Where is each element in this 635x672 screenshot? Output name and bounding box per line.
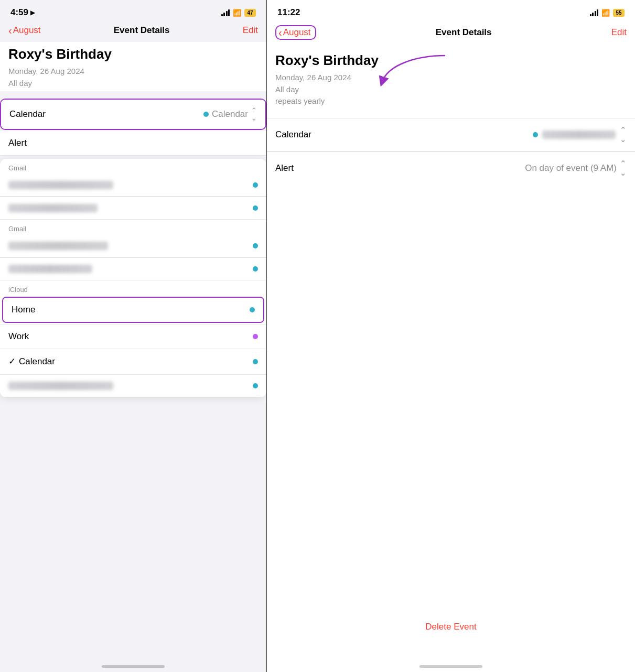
left-back-button[interactable]: ‹ August	[8, 25, 41, 36]
blurred-item-2	[8, 204, 98, 212]
right-alert-row[interactable]: Alert On day of event (9 AM) ⌃⌄	[267, 152, 635, 185]
right-calendar-blurred	[542, 131, 616, 139]
left-calendar-label: Calendar	[9, 109, 46, 120]
right-event-header: Roxy's Birthday Monday, 26 Aug 2024 All …	[267, 48, 635, 110]
right-back-label: August	[283, 27, 311, 38]
dot-4	[253, 266, 258, 272]
back-highlight-box: ‹ August	[275, 25, 316, 40]
calendar-item-label: Calendar	[19, 356, 253, 367]
left-nav-bar: ‹ August Event Details Edit	[0, 23, 266, 42]
home-label: Home	[12, 305, 250, 315]
right-alert-value: On day of event (9 AM) ⌃⌄	[525, 159, 627, 178]
right-wifi-icon: 📶	[601, 9, 610, 17]
right-edit-button[interactable]: Edit	[611, 27, 627, 38]
left-calendar-section: Calendar Calendar ⌃⌄	[0, 99, 266, 130]
calendar-value-text: Calendar	[212, 109, 248, 120]
left-status-icons: 📶 47	[221, 9, 256, 17]
right-nav-title: Event Details	[436, 27, 492, 38]
left-event-header: Roxy's Birthday Monday, 26 Aug 2024 All …	[0, 42, 266, 91]
left-calendar-row[interactable]: Calendar Calendar ⌃⌄	[1, 100, 265, 129]
calendar-dropdown: Gmail Gmail iCloud Home	[0, 159, 266, 397]
checkmark-icon: ✓	[8, 356, 16, 367]
right-calendar-value: ⌃⌄	[533, 125, 627, 144]
right-alert-label: Alert	[275, 163, 294, 174]
battery-badge: 47	[244, 9, 256, 17]
right-calendar-section: Calendar ⌃⌄	[267, 118, 635, 151]
work-label: Work	[8, 331, 253, 342]
dropdown-item-blur-2[interactable]	[0, 197, 266, 220]
left-event-title: Roxy's Birthday	[8, 46, 258, 62]
left-time: 4:59	[10, 7, 28, 18]
delete-event-button[interactable]: Delete Event	[267, 613, 635, 641]
left-calendar-value: Calendar ⌃⌄	[203, 106, 257, 122]
dropdown-item-blur-3[interactable]	[0, 235, 266, 257]
right-status-icons: 📶 55	[590, 9, 625, 17]
right-alert-chevron: ⌃⌄	[620, 159, 627, 178]
right-battery-badge: 55	[613, 9, 625, 17]
blurred-item-1	[8, 181, 113, 189]
left-alert-label: Alert	[8, 138, 27, 148]
location-icon: ▶	[30, 9, 35, 16]
gmail-group-1-label: Gmail	[0, 159, 266, 174]
work-item[interactable]: Work	[0, 324, 266, 349]
blurred-item-4	[8, 265, 92, 273]
wifi-icon: 📶	[233, 9, 241, 17]
left-panel: 4:59 ▶ 📶 47 ‹ August Event Details Edit …	[0, 0, 266, 672]
work-dot	[253, 334, 258, 339]
dot-2	[253, 205, 258, 211]
right-nav-bar: ‹ August Event Details Edit	[267, 23, 635, 46]
signal-icon	[221, 9, 230, 16]
right-back-button[interactable]: ‹ August	[275, 25, 316, 40]
dot-3	[253, 243, 258, 248]
right-calendar-dot	[533, 132, 538, 137]
right-signal-icon	[590, 9, 599, 16]
icloud-group-label: iCloud	[0, 280, 266, 296]
right-calendar-row[interactable]: Calendar ⌃⌄	[267, 118, 635, 151]
right-alert-section: Alert On day of event (9 AM) ⌃⌄	[267, 151, 635, 185]
calendar-highlight-box: Calendar Calendar ⌃⌄	[0, 99, 266, 130]
calendar-item[interactable]: ✓ Calendar	[0, 349, 266, 374]
right-calendar-chevron: ⌃⌄	[620, 125, 627, 144]
left-alert-row: Alert	[0, 131, 266, 156]
right-chevron-left-icon: ‹	[278, 27, 282, 38]
dropdown-item-blur-1[interactable]	[0, 174, 266, 197]
home-item[interactable]: Home	[3, 298, 263, 322]
right-home-indicator	[419, 665, 482, 668]
blurred-item-3	[8, 242, 108, 250]
home-item-highlight: Home	[2, 297, 264, 323]
right-event-date: Monday, 26 Aug 2024 All day repeats year…	[275, 72, 627, 107]
right-time: 11:22	[277, 7, 300, 18]
gmail-group-2-label: Gmail	[0, 220, 266, 235]
dot-5	[253, 383, 258, 388]
calendar-item-dot	[253, 359, 258, 364]
dropdown-item-blur-5[interactable]	[0, 375, 266, 397]
right-calendar-label: Calendar	[275, 129, 311, 140]
left-home-indicator	[102, 665, 165, 668]
calendar-dot	[203, 112, 209, 117]
right-alert-text: On day of event (9 AM)	[525, 163, 617, 174]
left-alert-section: Alert	[0, 131, 266, 156]
left-edit-button[interactable]: Edit	[243, 25, 258, 36]
right-status-bar: 11:22 📶 55	[267, 0, 635, 23]
right-event-title: Roxy's Birthday	[275, 52, 627, 69]
left-status-bar: 4:59 ▶ 📶 47	[0, 0, 266, 23]
calendar-chevron: ⌃⌄	[251, 106, 257, 122]
left-event-date: Monday, 26 Aug 2024 All day	[8, 66, 258, 89]
home-dot	[250, 307, 255, 312]
chevron-left-icon: ‹	[8, 25, 12, 36]
right-panel: 11:22 📶 55 ‹ August Event Details Edit	[266, 0, 635, 672]
left-back-label: August	[13, 25, 41, 36]
blurred-item-5	[8, 382, 113, 390]
dropdown-item-blur-4[interactable]	[0, 258, 266, 280]
dot-1	[253, 182, 258, 188]
left-nav-title: Event Details	[114, 25, 170, 36]
